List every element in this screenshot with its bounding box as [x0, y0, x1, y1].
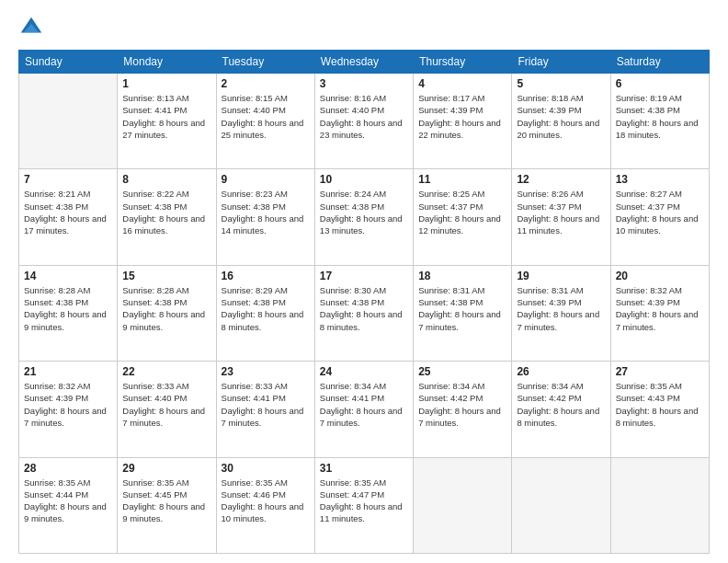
logo-icon — [18, 15, 44, 40]
day-info: Sunrise: 8:31 AM Sunset: 4:38 PM Dayligh… — [418, 284, 506, 333]
day-info: Sunrise: 8:16 AM Sunset: 4:40 PM Dayligh… — [320, 92, 408, 141]
day-number: 12 — [517, 173, 605, 186]
day-info: Sunrise: 8:33 AM Sunset: 4:40 PM Dayligh… — [122, 380, 210, 429]
calendar-cell: 1Sunrise: 8:13 AM Sunset: 4:41 PM Daylig… — [118, 74, 216, 169]
day-info: Sunrise: 8:22 AM Sunset: 4:38 PM Dayligh… — [122, 188, 210, 236]
day-info: Sunrise: 8:15 AM Sunset: 4:40 PM Dayligh… — [222, 92, 310, 141]
day-number: 24 — [320, 365, 408, 378]
day-info: Sunrise: 8:28 AM Sunset: 4:38 PM Dayligh… — [24, 284, 112, 333]
calendar-cell: 6Sunrise: 8:19 AM Sunset: 4:38 PM Daylig… — [610, 74, 709, 169]
day-info: Sunrise: 8:34 AM Sunset: 4:42 PM Dayligh… — [418, 380, 506, 429]
day-info: Sunrise: 8:30 AM Sunset: 4:38 PM Dayligh… — [320, 284, 408, 333]
day-number: 23 — [222, 365, 310, 378]
calendar-header-monday: Monday — [118, 51, 216, 74]
day-info: Sunrise: 8:13 AM Sunset: 4:41 PM Dayligh… — [122, 92, 210, 141]
calendar-cell: 10Sunrise: 8:24 AM Sunset: 4:38 PM Dayli… — [314, 169, 413, 265]
header — [18, 15, 710, 40]
day-info: Sunrise: 8:18 AM Sunset: 4:39 PM Dayligh… — [517, 92, 605, 141]
calendar-header-sunday: Sunday — [19, 51, 118, 74]
day-number: 3 — [320, 77, 408, 90]
day-info: Sunrise: 8:35 AM Sunset: 4:47 PM Dayligh… — [320, 477, 408, 525]
day-number: 17 — [320, 270, 408, 282]
calendar-week-row: 14Sunrise: 8:28 AM Sunset: 4:38 PM Dayli… — [19, 265, 710, 361]
page: SundayMondayTuesdayWednesdayThursdayFrid… — [0, 0, 728, 563]
day-number: 15 — [122, 270, 210, 282]
calendar-cell — [414, 457, 512, 553]
calendar-week-row: 1Sunrise: 8:13 AM Sunset: 4:41 PM Daylig… — [19, 74, 710, 169]
calendar-cell: 26Sunrise: 8:34 AM Sunset: 4:42 PM Dayli… — [512, 362, 610, 457]
calendar-cell: 21Sunrise: 8:32 AM Sunset: 4:39 PM Dayli… — [19, 362, 118, 457]
day-number: 10 — [320, 173, 408, 186]
day-number: 18 — [418, 270, 506, 282]
day-info: Sunrise: 8:35 AM Sunset: 4:45 PM Dayligh… — [122, 477, 210, 525]
day-number: 28 — [24, 462, 112, 475]
calendar-cell: 23Sunrise: 8:33 AM Sunset: 4:41 PM Dayli… — [216, 362, 314, 457]
day-number: 7 — [24, 173, 112, 186]
calendar-cell: 29Sunrise: 8:35 AM Sunset: 4:45 PM Dayli… — [118, 457, 216, 553]
day-number: 19 — [517, 270, 605, 282]
day-info: Sunrise: 8:21 AM Sunset: 4:38 PM Dayligh… — [24, 188, 112, 236]
calendar-cell: 17Sunrise: 8:30 AM Sunset: 4:38 PM Dayli… — [314, 265, 413, 361]
calendar-cell: 24Sunrise: 8:34 AM Sunset: 4:41 PM Dayli… — [314, 362, 413, 457]
calendar-cell: 22Sunrise: 8:33 AM Sunset: 4:40 PM Dayli… — [118, 362, 216, 457]
day-info: Sunrise: 8:33 AM Sunset: 4:41 PM Dayligh… — [222, 380, 310, 429]
calendar-cell: 15Sunrise: 8:28 AM Sunset: 4:38 PM Dayli… — [118, 265, 216, 361]
calendar-header-saturday: Saturday — [610, 51, 709, 74]
day-info: Sunrise: 8:27 AM Sunset: 4:37 PM Dayligh… — [616, 188, 704, 236]
day-info: Sunrise: 8:24 AM Sunset: 4:38 PM Dayligh… — [320, 188, 408, 236]
day-info: Sunrise: 8:19 AM Sunset: 4:38 PM Dayligh… — [616, 92, 704, 141]
day-number: 27 — [616, 365, 704, 378]
calendar-header-thursday: Thursday — [414, 51, 512, 74]
calendar-cell: 20Sunrise: 8:32 AM Sunset: 4:39 PM Dayli… — [610, 265, 709, 361]
calendar-cell: 9Sunrise: 8:23 AM Sunset: 4:38 PM Daylig… — [216, 169, 314, 265]
day-number: 6 — [616, 77, 704, 90]
day-info: Sunrise: 8:32 AM Sunset: 4:39 PM Dayligh… — [24, 380, 112, 429]
day-info: Sunrise: 8:32 AM Sunset: 4:39 PM Dayligh… — [616, 284, 704, 333]
day-number: 11 — [418, 173, 506, 186]
calendar-cell: 13Sunrise: 8:27 AM Sunset: 4:37 PM Dayli… — [610, 169, 709, 265]
day-number: 14 — [24, 270, 112, 282]
calendar-cell: 31Sunrise: 8:35 AM Sunset: 4:47 PM Dayli… — [314, 457, 413, 553]
calendar-cell: 30Sunrise: 8:35 AM Sunset: 4:46 PM Dayli… — [216, 457, 314, 553]
calendar-cell: 7Sunrise: 8:21 AM Sunset: 4:38 PM Daylig… — [19, 169, 118, 265]
day-number: 5 — [517, 77, 605, 90]
calendar-cell: 3Sunrise: 8:16 AM Sunset: 4:40 PM Daylig… — [314, 74, 413, 169]
day-info: Sunrise: 8:29 AM Sunset: 4:38 PM Dayligh… — [222, 284, 310, 333]
calendar-cell: 11Sunrise: 8:25 AM Sunset: 4:37 PM Dayli… — [414, 169, 512, 265]
logo — [18, 15, 48, 40]
day-number: 26 — [517, 365, 605, 378]
day-number: 2 — [222, 77, 310, 90]
calendar-cell: 19Sunrise: 8:31 AM Sunset: 4:39 PM Dayli… — [512, 265, 610, 361]
calendar-cell — [19, 74, 118, 169]
calendar-cell: 14Sunrise: 8:28 AM Sunset: 4:38 PM Dayli… — [19, 265, 118, 361]
calendar-week-row: 7Sunrise: 8:21 AM Sunset: 4:38 PM Daylig… — [19, 169, 710, 265]
day-number: 31 — [320, 462, 408, 475]
day-number: 29 — [122, 462, 210, 475]
day-number: 22 — [122, 365, 210, 378]
calendar-cell — [610, 457, 709, 553]
calendar-header-tuesday: Tuesday — [216, 51, 314, 74]
calendar-cell: 2Sunrise: 8:15 AM Sunset: 4:40 PM Daylig… — [216, 74, 314, 169]
day-info: Sunrise: 8:31 AM Sunset: 4:39 PM Dayligh… — [517, 284, 605, 333]
day-number: 30 — [222, 462, 310, 475]
day-info: Sunrise: 8:26 AM Sunset: 4:37 PM Dayligh… — [517, 188, 605, 236]
calendar-header-friday: Friday — [512, 51, 610, 74]
calendar-week-row: 21Sunrise: 8:32 AM Sunset: 4:39 PM Dayli… — [19, 362, 710, 457]
day-number: 16 — [222, 270, 310, 282]
day-number: 4 — [418, 77, 506, 90]
calendar-cell: 8Sunrise: 8:22 AM Sunset: 4:38 PM Daylig… — [118, 169, 216, 265]
day-info: Sunrise: 8:34 AM Sunset: 4:42 PM Dayligh… — [517, 380, 605, 429]
calendar-cell: 27Sunrise: 8:35 AM Sunset: 4:43 PM Dayli… — [610, 362, 709, 457]
calendar-cell: 18Sunrise: 8:31 AM Sunset: 4:38 PM Dayli… — [414, 265, 512, 361]
day-info: Sunrise: 8:35 AM Sunset: 4:44 PM Dayligh… — [24, 477, 112, 525]
calendar-cell: 25Sunrise: 8:34 AM Sunset: 4:42 PM Dayli… — [414, 362, 512, 457]
day-info: Sunrise: 8:17 AM Sunset: 4:39 PM Dayligh… — [418, 92, 506, 141]
calendar-cell: 16Sunrise: 8:29 AM Sunset: 4:38 PM Dayli… — [216, 265, 314, 361]
day-info: Sunrise: 8:35 AM Sunset: 4:43 PM Dayligh… — [616, 380, 704, 429]
calendar-cell: 5Sunrise: 8:18 AM Sunset: 4:39 PM Daylig… — [512, 74, 610, 169]
calendar-cell — [512, 457, 610, 553]
day-info: Sunrise: 8:23 AM Sunset: 4:38 PM Dayligh… — [222, 188, 310, 236]
calendar-cell: 4Sunrise: 8:17 AM Sunset: 4:39 PM Daylig… — [414, 74, 512, 169]
day-info: Sunrise: 8:28 AM Sunset: 4:38 PM Dayligh… — [122, 284, 210, 333]
calendar-cell: 28Sunrise: 8:35 AM Sunset: 4:44 PM Dayli… — [19, 457, 118, 553]
